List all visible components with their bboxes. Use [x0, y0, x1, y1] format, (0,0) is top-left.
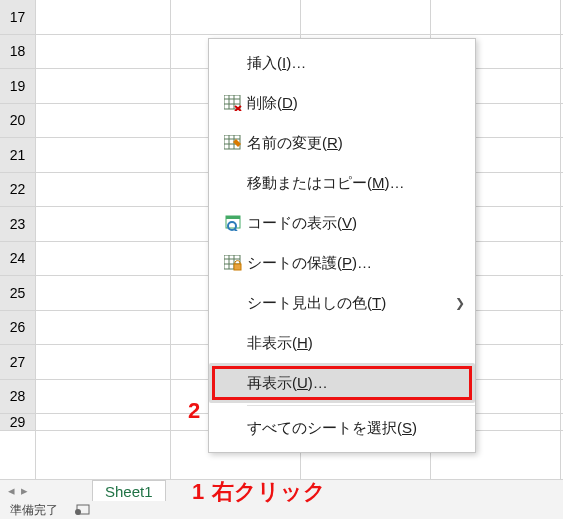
row-header[interactable]: 20	[0, 104, 35, 139]
row-header[interactable]: 23	[0, 207, 35, 242]
menu-label: シートの保護(P)…	[247, 254, 465, 273]
row-header[interactable]: 29	[0, 414, 35, 431]
annotation-number-2: 2	[188, 398, 200, 424]
menu-delete[interactable]: 削除(D)	[209, 83, 475, 123]
row-header[interactable]: 18	[0, 35, 35, 70]
delete-sheet-icon	[219, 95, 247, 111]
svg-line-16	[234, 229, 237, 231]
view-code-icon	[219, 215, 247, 231]
row-header[interactable]: 28	[0, 380, 35, 415]
status-text: 準備完了	[10, 502, 58, 519]
menu-label: 挿入(I)…	[247, 54, 465, 73]
row-header[interactable]: 27	[0, 345, 35, 380]
menu-rename[interactable]: 名前の変更(R)	[209, 123, 475, 163]
sheet-context-menu: 挿入(I)… 削除(D) 名前	[208, 38, 476, 453]
annotation-number-1: 1	[192, 479, 204, 505]
row-header[interactable]: 25	[0, 276, 35, 311]
menu-label: シート見出しの色(T)	[247, 294, 455, 313]
svg-rect-14	[226, 216, 240, 219]
menu-label: 削除(D)	[247, 94, 465, 113]
menu-label: 再表示(U)…	[247, 374, 465, 393]
row-header[interactable]: 19	[0, 69, 35, 104]
sheet-tab-label: Sheet1	[105, 483, 153, 500]
annotation-text: 右クリック	[212, 477, 326, 507]
svg-point-24	[75, 509, 81, 515]
menu-view-code[interactable]: コードの表示(V)	[209, 203, 475, 243]
protect-sheet-icon	[219, 255, 247, 271]
tab-next-icon[interactable]: ▸	[21, 483, 28, 498]
row-header[interactable]: 17	[0, 0, 35, 35]
annotation-right-click: 1 右クリック	[192, 477, 326, 507]
row-header[interactable]: 26	[0, 311, 35, 346]
svg-rect-22	[234, 264, 241, 270]
menu-label: 移動またはコピー(M)…	[247, 174, 465, 193]
menu-unhide[interactable]: 再表示(U)…	[209, 363, 475, 403]
menu-insert[interactable]: 挿入(I)…	[209, 43, 475, 83]
menu-move-copy[interactable]: 移動またはコピー(M)…	[209, 163, 475, 203]
tab-nav[interactable]: ◂ ▸	[0, 483, 36, 498]
macro-record-icon[interactable]	[74, 504, 90, 516]
submenu-arrow-icon: ❯	[455, 296, 465, 310]
menu-label: コードの表示(V)	[247, 214, 465, 233]
menu-label: 名前の変更(R)	[247, 134, 465, 153]
tab-prev-icon[interactable]: ◂	[8, 483, 15, 498]
menu-select-all-sheets[interactable]: すべてのシートを選択(S)	[209, 408, 475, 448]
menu-separator	[247, 405, 475, 406]
menu-label: すべてのシートを選択(S)	[247, 419, 465, 438]
menu-tab-color[interactable]: シート見出しの色(T) ❯	[209, 283, 475, 323]
sheet-tab-sheet1[interactable]: Sheet1	[92, 480, 166, 502]
row-headers: 17181920212223242526272829	[0, 0, 36, 479]
rename-sheet-icon	[219, 135, 247, 151]
row-header[interactable]: 21	[0, 138, 35, 173]
menu-hide[interactable]: 非表示(H)	[209, 323, 475, 363]
menu-label: 非表示(H)	[247, 334, 465, 353]
row-header[interactable]: 24	[0, 242, 35, 277]
row-header[interactable]: 22	[0, 173, 35, 208]
menu-protect-sheet[interactable]: シートの保護(P)…	[209, 243, 475, 283]
